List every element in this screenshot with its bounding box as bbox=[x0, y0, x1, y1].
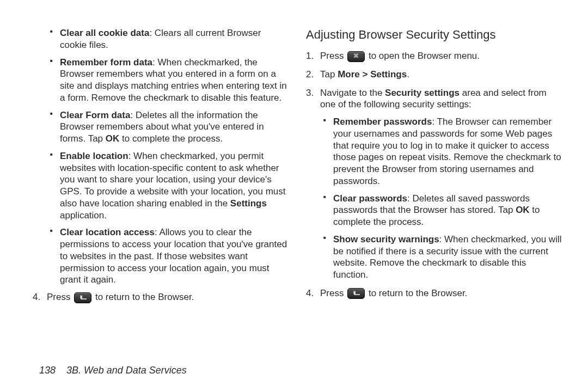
page-footer: 1383B. Web and Data Services bbox=[33, 348, 562, 377]
step-post: to return to the Browser. bbox=[366, 288, 467, 298]
step-post: . bbox=[407, 69, 409, 79]
security-steps: Press to open the Browser menu. Tap More… bbox=[306, 50, 562, 299]
back-key-icon bbox=[74, 292, 91, 303]
two-column-layout: Clear all cookie data: Clears all curren… bbox=[33, 27, 562, 348]
step-post: to open the Browser menu. bbox=[366, 51, 480, 61]
step-bold: Security settings bbox=[385, 88, 460, 98]
step-post: to return to the Browser. bbox=[93, 292, 194, 302]
bullet-clear-passwords: Clear passwords: Deletes all saved passw… bbox=[323, 193, 562, 228]
left-column: Clear all cookie data: Clears all curren… bbox=[33, 27, 289, 348]
step-4-return: Press to return to the Browser. bbox=[33, 291, 289, 303]
step-pre: Press bbox=[320, 51, 346, 61]
step-4-return: Press to return to the Browser. bbox=[306, 287, 562, 299]
step-2-tap-more-settings: Tap More > Settings. bbox=[306, 69, 562, 81]
right-column: Adjusting Browser Security Settings Pres… bbox=[306, 27, 562, 348]
step-pre: Navigate to the bbox=[320, 88, 385, 98]
bullet-label: Show security warnings bbox=[333, 234, 439, 244]
bullet-label: Enable location bbox=[60, 151, 128, 161]
bullet-clear-form-data: Clear Form data: Deletes all the informa… bbox=[50, 109, 289, 145]
bullet-show-security-warnings: Show security warnings: When checkmarked… bbox=[323, 234, 562, 281]
bullet-label: Remember passwords bbox=[333, 117, 432, 127]
step-pre: Press bbox=[320, 288, 346, 298]
step-3-navigate-security: Navigate to the Security settings area a… bbox=[306, 87, 562, 281]
bullet-remember-passwords: Remember passwords: The Browser can reme… bbox=[323, 116, 562, 187]
privacy-settings-bullets: Clear all cookie data: Clears all curren… bbox=[33, 27, 289, 286]
bullet-label: Clear location access bbox=[60, 227, 155, 237]
bullet-bold-mid: OK bbox=[516, 205, 530, 215]
step-pre: Press bbox=[47, 292, 73, 302]
section-label: 3B. Web and Data Services bbox=[66, 365, 187, 376]
back-key-icon bbox=[347, 288, 365, 299]
bullet-label: Clear all cookie data bbox=[60, 28, 149, 38]
bullet-bold-mid: Settings bbox=[230, 198, 267, 209]
bullet-post: application. bbox=[60, 210, 107, 220]
bullet-clear-location-access: Clear location access: Allows you to cle… bbox=[50, 226, 289, 286]
section-heading: Adjusting Browser Security Settings bbox=[306, 27, 562, 42]
step-pre: Tap bbox=[320, 69, 338, 79]
menu-key-icon bbox=[347, 51, 365, 62]
bullet-enable-location: Enable location: When checkmarked, you p… bbox=[50, 150, 289, 222]
security-settings-bullets: Remember passwords: The Browser can reme… bbox=[320, 116, 562, 281]
step-bold: More > Settings bbox=[338, 69, 407, 79]
bullet-text: : The Browser can remember your username… bbox=[333, 117, 561, 186]
page-number: 138 bbox=[39, 365, 56, 376]
bullet-bold-mid: OK bbox=[106, 133, 120, 144]
bullet-label: Clear passwords bbox=[333, 193, 407, 204]
step-1-open-menu: Press to open the Browser menu. bbox=[306, 50, 562, 62]
left-steps-continued: Press to return to the Browser. bbox=[33, 291, 289, 303]
bullet-label: Remember form data bbox=[60, 57, 152, 68]
bullet-clear-cookies: Clear all cookie data: Clears all curren… bbox=[50, 27, 289, 51]
bullet-remember-form-data: Remember form data: When checkmarked, th… bbox=[50, 57, 289, 104]
bullet-post: to complete the process. bbox=[119, 133, 223, 144]
bullet-label: Clear Form data bbox=[60, 110, 130, 120]
manual-page: Clear all cookie data: Clears all curren… bbox=[0, 0, 588, 392]
